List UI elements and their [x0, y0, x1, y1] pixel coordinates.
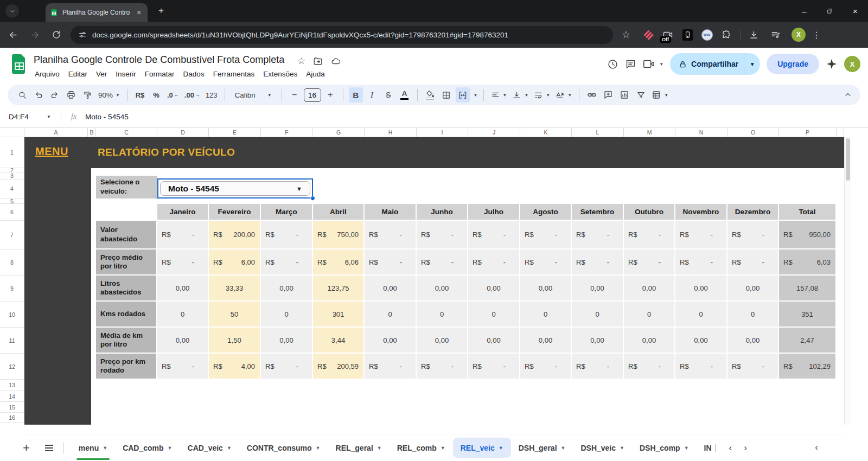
data-cell[interactable]: R$-: [727, 249, 779, 276]
data-cell[interactable]: 0,00: [727, 328, 779, 354]
data-cell[interactable]: 0: [417, 302, 468, 328]
window-restore-button[interactable]: [817, 0, 843, 22]
row-header-6[interactable]: 6: [0, 204, 24, 221]
window-minimize-button[interactable]: –: [792, 0, 817, 22]
data-cell[interactable]: R$-: [675, 354, 727, 380]
sheet-tab-dsh_geral[interactable]: DSH_geral▼: [511, 434, 573, 461]
search-menus-button[interactable]: [15, 87, 29, 103]
vertical-scrollbar[interactable]: [844, 137, 851, 425]
add-sheet-button[interactable]: +: [23, 441, 30, 455]
sheet-tab-in[interactable]: IN: [697, 434, 718, 461]
vehicle-dropdown[interactable]: Moto - 54545 ▼: [160, 181, 310, 196]
text-rotation-button[interactable]: ▼: [554, 87, 573, 103]
extensions-puzzle-icon[interactable]: [720, 29, 732, 41]
comments-icon[interactable]: [625, 59, 636, 70]
address-bar[interactable]: docs.google.com/spreadsheets/d/1uN31hVOb…: [71, 26, 613, 44]
row-header-5[interactable]: 5: [0, 199, 24, 204]
data-cell[interactable]: 0: [365, 302, 417, 328]
table-views-button[interactable]: ▼: [650, 87, 670, 103]
data-cell[interactable]: R$-: [261, 221, 313, 249]
data-cell[interactable]: R$-: [727, 221, 779, 249]
column-header-corner[interactable]: [837, 128, 844, 137]
grid-body[interactable]: 12345678910111213141516 MENU RELATÓRIO P…: [0, 137, 868, 425]
data-cell[interactable]: 0: [261, 302, 313, 328]
share-options-caret[interactable]: ▼: [744, 53, 760, 75]
data-cell[interactable]: R$-: [157, 354, 209, 380]
data-cell[interactable]: R$-: [365, 221, 417, 249]
extension-red-icon[interactable]: [642, 29, 654, 41]
back-button[interactable]: [4, 26, 22, 43]
chevron-down-icon[interactable]: ▼: [168, 445, 173, 451]
sheets-logo-icon[interactable]: [12, 54, 27, 74]
column-header-p[interactable]: P: [779, 128, 837, 137]
sheet-tab-cad_comb[interactable]: CAD_comb▼: [115, 434, 180, 461]
data-cell[interactable]: 0: [624, 302, 675, 328]
site-settings-icon[interactable]: [78, 30, 87, 39]
decrease-font-size-button[interactable]: −: [288, 87, 302, 103]
data-cell[interactable]: 0,00: [520, 276, 572, 302]
data-cell[interactable]: 0,00: [624, 328, 675, 354]
data-cell[interactable]: R$-: [624, 221, 675, 249]
data-cell[interactable]: 0,00: [261, 328, 313, 354]
sheet-tab-rel_geral[interactable]: REL_geral▼: [328, 434, 390, 461]
data-cell[interactable]: 0: [572, 302, 624, 328]
data-cell[interactable]: 123,75: [313, 276, 365, 302]
column-header-j[interactable]: J: [468, 128, 520, 137]
column-header-e[interactable]: E: [209, 128, 261, 137]
data-cell[interactable]: R$-: [520, 354, 572, 380]
column-header-c[interactable]: C: [96, 128, 157, 137]
data-cell[interactable]: 0,00: [261, 276, 313, 302]
row-header-16[interactable]: 16: [0, 413, 24, 422]
data-cell[interactable]: R$-: [157, 221, 209, 249]
menu-ferramentas[interactable]: Ferramentas: [209, 68, 259, 80]
data-cell[interactable]: R$-: [365, 249, 417, 276]
column-header-i[interactable]: I: [417, 128, 468, 137]
row-header-14[interactable]: 14: [0, 391, 24, 402]
reload-button[interactable]: [48, 26, 65, 43]
menu-inserir[interactable]: Inserir: [111, 68, 141, 80]
data-cell[interactable]: 0: [727, 302, 779, 328]
data-cell[interactable]: 0,00: [157, 328, 209, 354]
data-cell[interactable]: 33,33: [209, 276, 261, 302]
fill-handle[interactable]: [310, 196, 315, 201]
url-text[interactable]: docs.google.com/spreadsheets/d/1uN31hVOb…: [92, 31, 508, 39]
menu-formatar[interactable]: Formatar: [141, 68, 179, 80]
font-select[interactable]: Calibri▼: [231, 87, 276, 103]
extension-phone-icon[interactable]: [681, 29, 693, 41]
browser-tab[interactable]: Planilha Google Controle De Co ×: [46, 3, 148, 22]
chevron-down-icon[interactable]: ▼: [620, 445, 624, 451]
data-cell[interactable]: 0: [157, 302, 209, 328]
chevron-down-icon[interactable]: ▼: [684, 445, 689, 451]
row-header-9[interactable]: 9: [0, 276, 24, 302]
column-header-b[interactable]: B: [88, 128, 96, 137]
all-sheets-button[interactable]: [45, 445, 53, 451]
tabs-scroll-left-icon[interactable]: ‹: [729, 443, 732, 453]
data-cell[interactable]: 0,00: [675, 276, 727, 302]
chevron-down-icon[interactable]: ▼: [316, 445, 321, 451]
column-header-n[interactable]: N: [675, 128, 727, 137]
data-cell[interactable]: 0,00: [520, 328, 572, 354]
sheet-tab-cad_veic[interactable]: CAD_veic▼: [180, 434, 239, 461]
data-cell[interactable]: 50: [209, 302, 261, 328]
sheet-tab-contr_consumo[interactable]: CONTR_consumo▼: [239, 434, 328, 461]
column-header-h[interactable]: H: [365, 128, 417, 137]
row-header-2[interactable]: 2: [0, 168, 24, 172]
data-cell[interactable]: 0: [520, 302, 572, 328]
data-cell[interactable]: R$-: [261, 249, 313, 276]
decrease-decimal-button[interactable]: .0←: [165, 87, 181, 103]
bold-button[interactable]: B: [349, 87, 363, 103]
chevron-down-icon[interactable]: ▼: [561, 445, 566, 451]
row-header-7[interactable]: 7: [0, 221, 24, 249]
row-header-15[interactable]: 15: [0, 402, 24, 413]
menu-arquivo[interactable]: Arquivo: [30, 68, 64, 80]
upgrade-button[interactable]: Upgrade: [767, 54, 819, 74]
data-cell[interactable]: R$-: [468, 354, 520, 380]
data-cell[interactable]: R$-: [675, 221, 727, 249]
data-cell[interactable]: 3,44: [313, 328, 365, 354]
data-cell[interactable]: R$-: [624, 354, 675, 380]
data-cell[interactable]: R$750,00: [313, 221, 365, 249]
data-cell[interactable]: 0,00: [365, 276, 417, 302]
data-cell[interactable]: 301: [313, 302, 365, 328]
chevron-down-icon[interactable]: ▼: [377, 445, 382, 451]
more-formats-button[interactable]: 123: [204, 87, 219, 103]
